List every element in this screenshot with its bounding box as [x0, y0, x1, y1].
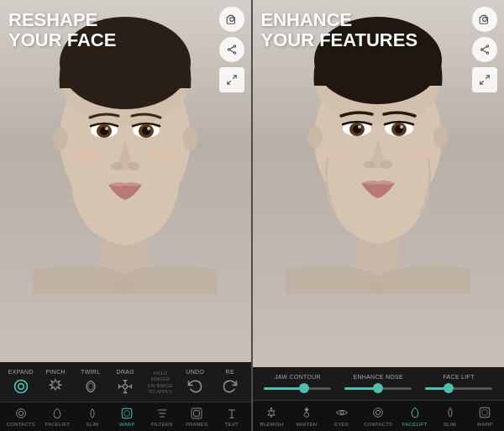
svg-point-28: [148, 145, 178, 166]
svg-point-46: [483, 18, 487, 22]
svg-point-15: [53, 127, 68, 150]
svg-point-71: [364, 160, 375, 169]
nav-filters-left[interactable]: FILTERS: [150, 407, 175, 427]
nav-slim-left[interactable]: SLIM: [80, 407, 105, 427]
svg-point-16: [182, 127, 197, 150]
tool-redo[interactable]: RE: [215, 369, 245, 397]
tool-labels-row: EXPAND PINCH TWIRL: [3, 367, 248, 398]
svg-point-37: [18, 411, 23, 415]
right-bottom-nav: BLEMISH WHITEN EYES: [253, 400, 505, 431]
svg-line-4: [229, 47, 234, 50]
svg-point-76: [340, 411, 344, 414]
nav-blemish-right[interactable]: BLEMISH: [259, 405, 284, 427]
sliders-track-row: [258, 381, 500, 395]
svg-point-47: [486, 45, 488, 47]
svg-point-62: [433, 126, 449, 148]
svg-point-26: [128, 162, 139, 171]
nav-contacts-left[interactable]: CONTACTS: [7, 407, 35, 427]
left-panel: RESHAPE YOUR FACE: [0, 0, 252, 431]
blemish-icon: [264, 405, 279, 420]
eyes-icon: [334, 405, 349, 420]
left-bottom-nav: CONTACTS FACELIFT SLIM WARP FILTERS: [0, 402, 251, 431]
svg-point-36: [16, 409, 25, 418]
left-title-line1: RESHAPE: [8, 9, 97, 30]
slider-labels: JAW CONTOUR ENHANCE NOSE FACE LIFT: [258, 374, 500, 380]
right-camera-icon[interactable]: [472, 7, 497, 32]
face-lift-slider[interactable]: [425, 381, 492, 395]
svg-point-72: [381, 160, 392, 169]
left-title-line2: YOUR FACE: [8, 29, 116, 50]
nav-facelift-left[interactable]: FACELIFT: [45, 407, 70, 427]
svg-line-51: [483, 50, 487, 53]
svg-line-5: [229, 50, 234, 53]
nav-text-left[interactable]: TEXT: [219, 407, 244, 427]
tool-expand[interactable]: EXPAND: [6, 369, 36, 397]
sliders-area: JAW CONTOUR ENHANCE NOSE FACE LIFT: [253, 367, 505, 400]
svg-point-75: [304, 413, 308, 417]
undo-tool-icon: [185, 376, 205, 397]
tool-hold-hint: HOLD FINGER ON IMAGE TO APPLY: [145, 371, 176, 395]
nav-facelift-right[interactable]: FACELIFT: [402, 405, 428, 427]
right-top-icons: [472, 7, 497, 92]
nav-frames-left[interactable]: FRAMES: [184, 407, 209, 427]
slider-facelift-label: FACE LIFT: [425, 374, 492, 380]
jaw-contour-slider[interactable]: [264, 381, 331, 395]
right-share-icon[interactable]: [472, 37, 497, 62]
svg-point-70: [400, 125, 403, 129]
right-title-line2: YOUR FEATURES: [261, 29, 418, 50]
svg-point-29: [14, 381, 27, 393]
right-title-line1: ENHANCE: [261, 9, 353, 30]
left-toolbar: EXPAND PINCH TWIRL: [0, 362, 251, 402]
nav-eyes-right[interactable]: EYES: [329, 405, 354, 427]
enhance-nose-slider[interactable]: [344, 381, 412, 395]
nav-warp-right[interactable]: WARP: [472, 405, 497, 427]
jaw-slider-thumb[interactable]: [299, 383, 309, 393]
warp-icon-right: [477, 405, 492, 420]
tool-twirl[interactable]: TWIRL: [76, 369, 106, 397]
left-top-icons: [219, 7, 244, 92]
svg-point-48: [480, 49, 482, 50]
svg-rect-41: [192, 408, 202, 418]
svg-point-78: [376, 410, 381, 414]
left-title-overlay: RESHAPE YOUR FACE: [0, 0, 124, 60]
right-title: ENHANCE YOUR FEATURES: [261, 10, 418, 50]
svg-line-52: [486, 76, 489, 79]
facelift-slider-thumb[interactable]: [444, 383, 454, 393]
redo-tool-icon: [220, 376, 240, 397]
nav-whiten-right[interactable]: WHITEN: [294, 405, 319, 427]
left-share-icon[interactable]: [219, 37, 244, 62]
slim-icon-right: [443, 405, 458, 420]
slider-nose-label: ENHANCE NOSE: [344, 374, 412, 380]
jaw-slider-track: [264, 387, 331, 390]
nav-warp-left[interactable]: WARP: [114, 407, 139, 427]
whiten-icon: [299, 405, 314, 420]
facelift-icon-right: [407, 405, 423, 420]
nose-slider-track: [344, 387, 412, 390]
svg-point-24: [147, 127, 150, 130]
twirl-tool-icon: [81, 376, 101, 397]
drag-tool-icon: [115, 376, 135, 397]
svg-point-27: [72, 145, 102, 166]
svg-line-50: [483, 47, 487, 50]
facelift-slider-track: [425, 387, 492, 390]
left-expand-icon[interactable]: [219, 67, 244, 92]
svg-rect-42: [194, 411, 200, 417]
svg-point-25: [111, 162, 123, 171]
svg-point-3: [234, 52, 235, 54]
right-title-overlay: ENHANCE YOUR FEATURES: [253, 0, 427, 60]
tool-pinch[interactable]: PINCH: [40, 369, 71, 397]
pinch-tool-icon: [45, 376, 66, 397]
left-title: RESHAPE YOUR FACE: [8, 10, 116, 50]
nose-slider-thumb[interactable]: [373, 383, 383, 393]
right-expand-icon[interactable]: [472, 67, 497, 92]
svg-point-0: [229, 18, 234, 22]
left-camera-icon[interactable]: [219, 7, 244, 32]
nav-contacts-right[interactable]: CONTACTS: [364, 405, 392, 427]
expand-tool-icon: [11, 376, 31, 397]
nav-slim-right[interactable]: SLIM: [438, 405, 463, 427]
right-panel: ENHANCE YOUR FEATURES: [253, 0, 505, 431]
slider-jaw-label: JAW CONTOUR: [264, 374, 331, 380]
tool-undo[interactable]: UNDO: [180, 369, 210, 397]
svg-point-30: [18, 384, 24, 390]
tool-drag[interactable]: DRAG: [110, 369, 140, 397]
